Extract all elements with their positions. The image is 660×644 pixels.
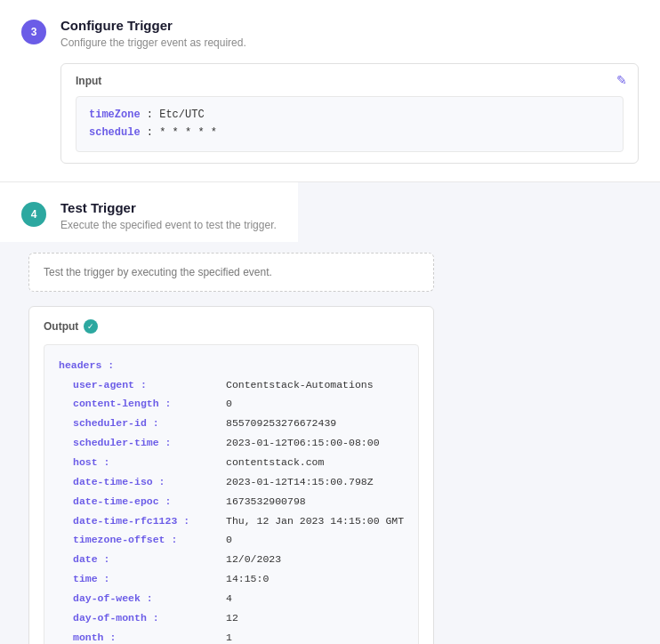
step-4-badge: 4 [21,202,46,227]
test-description-card: Test the trigger by executing the specif… [28,253,434,292]
timezone-separator: : [147,109,159,121]
header-key: scheduler-time : [59,433,219,453]
header-data-row: month :1 [59,628,404,644]
step-3-badge: 3 [21,20,46,44]
timezone-value: Etc/UTC [159,109,204,121]
header-data-row: date-time-iso :2023-01-12T14:15:00.798Z [59,472,404,492]
header-value: 0 [219,394,232,414]
test-trigger-header: 4 Test Trigger Execute the specified eve… [0,182,298,242]
header-key: date-time-epoc : [59,492,219,511]
header-data-row: timezone-offset :0 [59,530,404,550]
input-card: Input ✎ timeZone : Etc/UTC schedule : * … [60,63,639,164]
header-value: 12 [219,608,238,628]
header-key: day-of-month : [59,608,219,628]
header-data-row: scheduler-id :855709253276672439 [59,414,404,433]
header-key: date : [59,550,219,569]
pencil-icon: ✎ [616,73,627,87]
header-key: date-time-rfc1123 : [59,511,219,531]
header-key: scheduler-id : [59,414,219,433]
edit-button[interactable]: ✎ [616,73,627,87]
output-data-block: headers : user-agent :Contentstack-Autom… [44,344,419,644]
configure-trigger-content: Configure Trigger Configure the trigger … [60,18,639,164]
header-data-row: user-agent :Contentstack-Automations [59,375,404,395]
schedule-separator: : [147,126,159,139]
input-label: Input [76,75,624,87]
test-trigger-title: Test Trigger [60,200,277,215]
header-value: 4 [219,589,232,608]
header-key: time : [59,569,219,589]
code-line-schedule: schedule : * * * * * [89,124,610,141]
test-description-text: Test the trigger by executing the specif… [44,266,419,278]
test-trigger-title-area: Test Trigger Execute the specified event… [60,200,277,231]
header-key: user-agent : [59,375,219,395]
output-card: Output ✓ headers : user-agent :Contentst… [28,306,434,644]
header-value: Thu, 12 Jan 2023 14:15:00 GMT [219,511,404,531]
header-data-row: date-time-rfc1123 :Thu, 12 Jan 2023 14:1… [59,511,404,531]
header-value: 14:15:0 [219,569,269,589]
configure-trigger-title: Configure Trigger [60,18,639,33]
header-value: 2023-01-12T06:15:00-08:00 [219,433,380,453]
header-data-row: day-of-month :12 [59,608,404,628]
header-data-row: date :12/0/2023 [59,550,404,569]
configure-trigger-section: 3 Configure Trigger Configure the trigge… [0,0,660,182]
header-value: 0 [219,530,232,550]
configure-trigger-subtitle: Configure the trigger event as required. [60,36,639,49]
header-data-row: content-length :0 [59,394,404,414]
header-key: month : [59,628,219,644]
success-check-icon: ✓ [84,319,98,334]
header-value: 1673532900798 [219,492,306,511]
schedule-key: schedule [89,126,141,139]
header-value: contentstack.com [219,453,324,472]
code-line-timezone: timeZone : Etc/UTC [89,106,610,124]
page-container: 3 Configure Trigger Configure the trigge… [0,0,660,644]
header-data-row: time :14:15:0 [59,569,404,589]
header-key: content-length : [59,394,219,414]
test-area: Test the trigger by executing the specif… [0,242,463,644]
header-value: 1 [219,628,232,644]
output-label: Output [44,320,78,333]
header-value: 12/0/2023 [219,550,281,569]
headers-row: headers : [59,356,404,375]
test-trigger-subtitle: Execute the specified event to test the … [60,219,277,231]
header-value: 855709253276672439 [219,414,336,433]
header-key: timezone-offset : [59,530,219,550]
header-data-row: scheduler-time :2023-01-12T06:15:00-08:0… [59,433,404,453]
header-data-row: host :contentstack.com [59,453,404,472]
header-key: host : [59,453,219,472]
header-value: Contentstack-Automations [219,375,374,395]
test-trigger-section: 4 Test Trigger Execute the specified eve… [0,182,660,644]
timezone-key: timeZone [89,109,141,121]
code-block: timeZone : Etc/UTC schedule : * * * * * [76,96,624,152]
header-key: day-of-week : [59,589,219,608]
header-value: 2023-01-12T14:15:00.798Z [219,472,374,492]
header-data-row: day-of-week :4 [59,589,404,608]
schedule-value: * * * * * [159,126,217,139]
headers-container: user-agent :Contentstack-Automationscont… [59,375,404,644]
output-header: Output ✓ [44,319,419,334]
header-data-row: date-time-epoc :1673532900798 [59,492,404,511]
headers-key: headers : [59,356,114,375]
header-key: date-time-iso : [59,472,219,492]
